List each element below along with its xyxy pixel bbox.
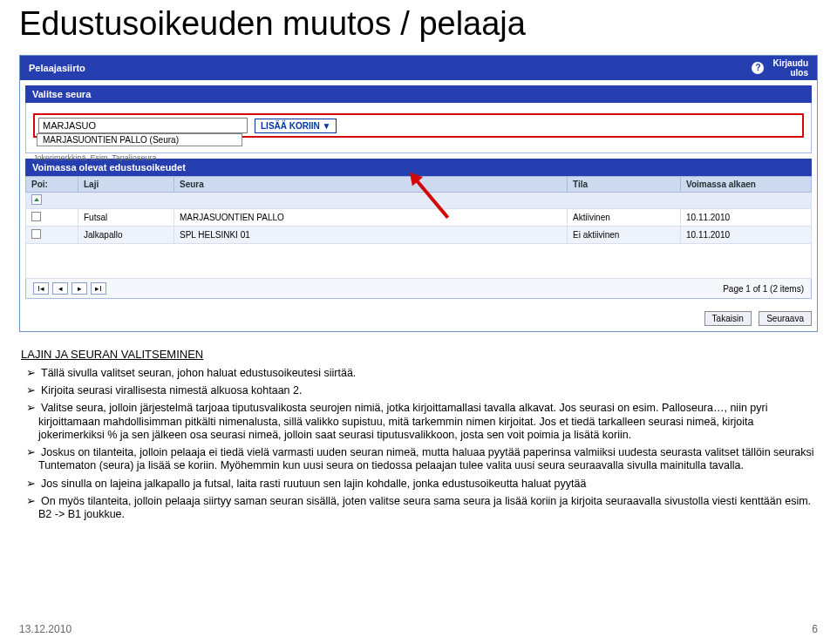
last-page-icon[interactable]: ▸I xyxy=(91,282,106,295)
cell-laji: Futsal xyxy=(78,209,174,227)
hint-text: Jokerimerkkinä. Esim. Tapalioseura xyxy=(33,153,804,162)
logout-text2: ulos xyxy=(790,68,808,78)
slide-title: Edustusoikeuden muutos / pelaaja xyxy=(19,5,818,43)
bullet-item: Tällä sivulla valitset seuran, johon hal… xyxy=(21,367,816,380)
bullet-item: On myös tilanteita, jolloin pelaaja siir… xyxy=(21,495,816,522)
page-info: Page 1 of 1 (2 items) xyxy=(723,284,804,294)
col-laji[interactable]: Laji xyxy=(78,177,174,193)
next-button[interactable]: Seuraava xyxy=(759,311,812,326)
pager: I◂ ◂ ▸ ▸I Page 1 of 1 (2 items) xyxy=(25,279,812,299)
cell-alkaen: 10.11.2010 xyxy=(681,209,812,227)
app-screenshot: Pelaajasiirto ? Kirjaudu ulos Valitse se… xyxy=(19,55,818,332)
seura-input[interactable] xyxy=(38,118,248,133)
table-row xyxy=(26,244,812,279)
sort-row xyxy=(26,193,812,209)
app-topbar: Pelaajasiirto ? Kirjaudu ulos xyxy=(20,56,817,80)
panel-select-header: Valitse seura xyxy=(25,85,812,103)
bullet-item: Valitse seura, jolloin järjestelmä tarjo… xyxy=(21,402,816,442)
bullet-item: Jos sinulla on lajeina jalkapallo ja fut… xyxy=(21,478,816,491)
cell-tila: Ei aktiivinen xyxy=(568,227,681,244)
table-row: Futsal MARJASUONTIEN PALLO Aktiivinen 10… xyxy=(26,209,812,227)
first-page-icon[interactable]: I◂ xyxy=(33,282,49,295)
bullet-item: Joskus on tilanteita, jolloin pelaaja ei… xyxy=(21,446,816,473)
seura-dropdown-option[interactable]: MARJASUONTIEN PALLO (Seura) xyxy=(37,133,242,146)
cell-alkaen: 10.11.2010 xyxy=(681,227,812,244)
col-seura[interactable]: Seura xyxy=(174,177,568,193)
table-row: Jalkapallo SPL HELSINKI 01 Ei aktiivinen… xyxy=(26,227,812,244)
add-to-cart-button[interactable]: LISÄÄ KORIIN ▼ xyxy=(255,119,337,133)
breadcrumb: Pelaajasiirto xyxy=(29,63,85,73)
cell-seura: SPL HELSINKI 01 xyxy=(174,227,568,244)
logout-text1: Kirjaudu xyxy=(772,58,808,68)
bullet-item: Kirjoita seurasi virallisesta nimestä al… xyxy=(21,384,816,397)
col-tila[interactable]: Tila xyxy=(568,177,681,193)
back-button[interactable]: Takaisin xyxy=(704,311,752,326)
cell-tila: Aktiivinen xyxy=(568,209,681,227)
sort-icon[interactable] xyxy=(31,194,42,205)
section-title: LAJIN JA SEURAN VALITSEMINEN xyxy=(21,348,816,362)
cell-seura: MARJASUONTIEN PALLO xyxy=(174,209,568,227)
row-checkbox[interactable] xyxy=(31,212,41,221)
cell-laji: Jalkapallo xyxy=(78,227,174,244)
slide-footer: 13.12.2010 6 xyxy=(19,623,818,635)
footer-date: 13.12.2010 xyxy=(19,623,71,635)
body-text: LAJIN JA SEURAN VALITSEMINEN Tällä sivul… xyxy=(21,348,816,521)
rights-table: Poi: Laji Seura Tila Voimassa alkaen Fut… xyxy=(25,176,812,279)
footer-page: 6 xyxy=(812,623,818,635)
col-alkaen[interactable]: Voimassa alkaen xyxy=(681,177,812,193)
next-page-icon[interactable]: ▸ xyxy=(71,282,87,295)
help-icon[interactable]: ? xyxy=(752,62,764,74)
col-poi[interactable]: Poi: xyxy=(26,177,78,193)
logout-link[interactable]: Kirjaudu ulos xyxy=(772,58,808,78)
row-checkbox[interactable] xyxy=(31,229,41,239)
prev-page-icon[interactable]: ◂ xyxy=(52,282,68,295)
